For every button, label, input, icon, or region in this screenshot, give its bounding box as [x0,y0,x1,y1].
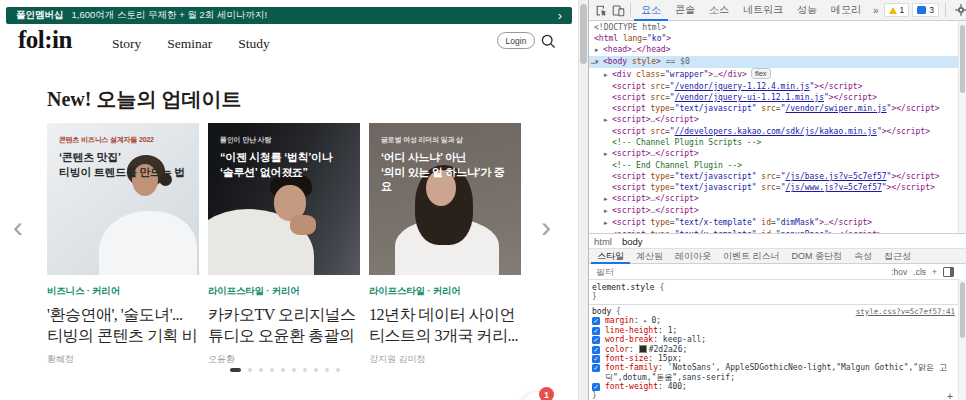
styles-filter-input[interactable] [594,266,885,278]
property-checkbox-icon[interactable]: ✓ [592,383,600,391]
css-property-margin[interactable]: ✓margin: ▸ 0; [592,316,956,326]
twisty-icon[interactable]: ▸ [604,70,612,81]
styles-tab-접근성[interactable]: 접근성 [878,249,917,264]
dom-tree-row[interactable]: <!DOCTYPE html> [589,22,959,33]
breadcrumb-html[interactable]: html [594,236,612,247]
carousel-dot-6[interactable] [292,368,296,372]
styles-tab-이벤트 리스너[interactable]: 이벤트 리스너 [717,249,786,264]
dom-tree-row[interactable]: <script src="/vendor/jquery-1.12.4.min.j… [589,81,959,92]
styles-tab-속성[interactable]: 속성 [848,249,878,264]
settings-gear-icon[interactable] [952,2,966,19]
card-title[interactable]: 카카오TV 오리지널스튜디오 오윤환 총괄의 '새로운 판' [208,304,360,346]
dom-tree-row[interactable]: ▸<div class="wrapper">…</div>flex [589,68,959,81]
carousel-dot-9[interactable] [325,368,329,372]
devtools-tab-메모리[interactable]: 메모리 [824,0,868,21]
dom-tree-row[interactable]: <script type="text/javascript" src="/js/… [589,171,959,182]
nav-study[interactable]: Study [238,36,270,52]
property-checkbox-icon[interactable]: ✓ [592,336,600,344]
css-property-line-height[interactable]: ✓line-height: 1; [592,326,956,335]
dom-tree-row[interactable]: …▾<body style> == $0 [589,56,959,68]
dom-tree-row[interactable]: ▸<script>…</script> [589,205,959,217]
warnings-badge[interactable]: 1 [884,3,910,17]
login-button[interactable]: Login [497,32,535,49]
devtools-tab-소스[interactable]: 소스 [702,0,736,21]
dom-tree-row[interactable]: <!-- Channel Plugin Scripts --> [589,137,959,148]
styles-tab-계산됨[interactable]: 계산됨 [630,249,669,264]
dom-tree-row[interactable]: <script src="/vendor/jquery-ui-1.12.1.mi… [589,92,959,103]
carousel-dot-1[interactable] [230,368,241,372]
twisty-icon[interactable]: ▸ [604,149,612,160]
twisty-icon[interactable]: ▸ [604,194,612,205]
property-checkbox-icon[interactable]: ✓ [592,346,600,354]
resource-link[interactable]: //developers.kakao.com/sdk/js/kakao.min.… [675,127,877,136]
node-menu-icon[interactable]: … [591,56,595,67]
twisty-icon[interactable]: ▾ [595,57,603,68]
filter-toggle-.cls[interactable]: .cls [913,267,926,277]
inspect-element-icon[interactable] [593,2,610,19]
css-property-color[interactable]: ✓color: #2d2a26; [592,345,956,354]
chevron-right-icon[interactable]: › [558,7,562,24]
dom-tree-row[interactable]: <script src="//developers.kakao.com/sdk/… [589,126,959,137]
nav-seminar[interactable]: Seminar [167,36,212,52]
story-card-1[interactable]: 콘텐츠 비즈니스 설계자들 2022 ‘콘텐츠 맛집’ 티빙이 트렌드를 만드는… [47,123,199,366]
device-toolbar-icon[interactable] [610,2,627,19]
card-title[interactable]: 12년차 데이터 사이언티스트의 3개국 커리... [369,304,521,346]
css-property-word-break[interactable]: ✓word-break: keep-all; [592,335,956,344]
carousel-dot-7[interactable] [303,368,307,372]
dom-tree-row[interactable]: <script type="text/javascript" src="/ven… [589,103,959,114]
scrollbar-thumb[interactable] [580,4,587,64]
card-title[interactable]: '환승연애', '술도녀'... 티빙의 콘텐츠 기획 비결 [47,304,199,346]
devtools-tab-성능[interactable]: 성능 [790,0,824,21]
carousel-dot-10[interactable] [336,368,340,372]
story-card-2[interactable]: 폴인이 만난 사람 “이젠 시청률 ‘법칙’이나 ‘솔루션’ 없어졌죠” 라이프… [208,123,360,366]
sidebar-panel-icon[interactable] [943,267,954,277]
property-checkbox-icon[interactable]: ✓ [592,317,600,325]
dom-tree-row[interactable]: ▸<head>…</head> [589,44,959,56]
property-checkbox-icon[interactable]: ✓ [592,327,600,335]
resource-link[interactable]: /vendor/jquery-1.12.4.min.js [675,82,810,91]
carousel-next-button[interactable]: › [541,212,551,242]
carousel-dot-4[interactable] [270,368,274,372]
css-property-font-size[interactable]: ✓font-size: 15px; [592,354,956,363]
card-category[interactable]: 라이프스타일 · 커리어 [208,285,360,298]
carousel-prev-button[interactable]: ‹ [13,212,23,242]
devtools-tab-콘솔[interactable]: 콘솔 [668,0,702,21]
tree-scrollbar-thumb[interactable] [960,25,965,93]
carousel-dot-5[interactable] [281,368,285,372]
story-card-3[interactable]: 글로벌 여성 리더의 일과 삶 ‘어디 사느냐’ 아닌 ‘의미 있는 일 하느냐… [369,123,521,366]
flex-badge[interactable]: flex [751,68,771,79]
dom-tree-row[interactable]: ▸<script>…</script> [589,114,959,126]
folin-logo[interactable]: fol:in [18,26,72,54]
carousel-dot-8[interactable] [314,368,318,372]
styles-scrollbar[interactable] [958,280,966,400]
filter-toggle-:hov[interactable]: :hov [891,267,907,277]
property-checkbox-icon[interactable]: ✓ [592,355,600,363]
styles-tab-스타일[interactable]: 스타일 [591,249,630,264]
carousel-dot-2[interactable] [248,368,252,372]
card-category[interactable]: 라이프스타일 · 커리어 [369,285,521,298]
dom-tree-row[interactable]: <script type="text/javascript" src="/js/… [589,182,959,193]
browser-scrollbar[interactable] [578,0,588,400]
styles-scrollbar-thumb[interactable] [960,282,965,338]
more-tabs-button[interactable]: » [868,5,884,16]
devtools-tab-요소[interactable]: 요소 [634,0,668,21]
resource-link[interactable]: /js/base.js?v=5c7ef57 [785,172,886,181]
styles-tab-레이아웃[interactable]: 레이아웃 [669,249,717,264]
membership-banner[interactable]: 폴인멤버십 1,600여개 스토리 무제한 + 월 2회 세미나까지! › [6,7,572,24]
element-style-rule[interactable]: element.style { } [589,280,959,305]
dom-tree-row[interactable]: <!-- End Channel Plugin --> [589,160,959,171]
search-icon[interactable] [540,33,556,49]
nav-story[interactable]: Story [112,36,141,52]
resource-link[interactable]: /vendor/swiper.min.js [785,104,886,113]
twisty-icon[interactable]: ▸ [604,218,612,229]
dom-tree-row[interactable]: ▸<script type="text/x-template" id="dimM… [589,217,959,229]
devtools-tab-네트워크[interactable]: 네트워크 [736,0,790,21]
stylesheet-source-link[interactable]: style.css?v=5c7ef57:41 [856,307,955,316]
rule-selector[interactable]: body [592,307,611,316]
twisty-icon[interactable]: ▸ [595,45,603,56]
filter-toggle-+[interactable]: + [932,267,937,277]
resource-link[interactable]: /vendor/jquery-ui-1.12.1.min.js [675,93,824,102]
color-swatch-icon[interactable] [639,345,647,353]
messages-badge[interactable]: 3 [912,3,939,17]
dom-tree-row[interactable]: <html lang="ko"> [589,33,959,44]
